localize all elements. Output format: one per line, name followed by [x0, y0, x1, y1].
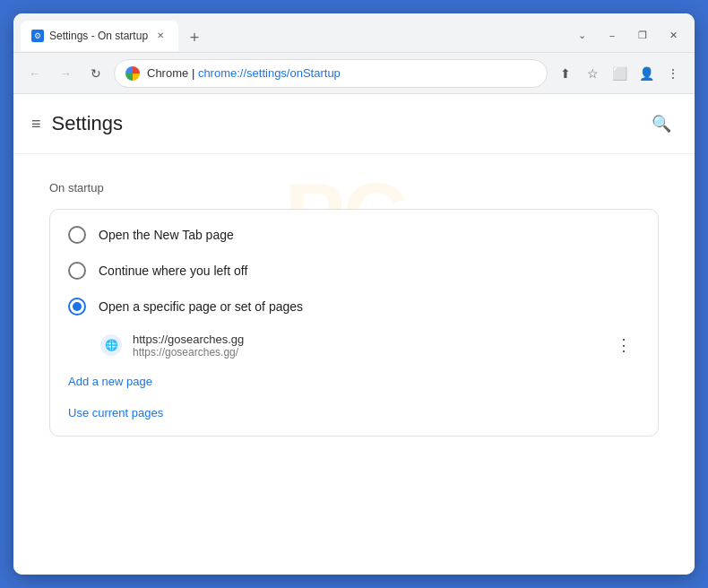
- tab-title: Settings - On startup: [49, 30, 148, 42]
- address-bar[interactable]: Chrome | chrome://settings/onStartup: [114, 59, 548, 88]
- page-globe-icon: 🌐: [100, 334, 122, 356]
- title-bar: ⚙ Settings - On startup ✕ + ⌄ − ❐ ✕: [13, 13, 695, 53]
- page-menu-button[interactable]: ⋮: [609, 332, 640, 359]
- option-specific-pages[interactable]: Open a specific page or set of pages: [50, 289, 658, 324]
- option-new-tab[interactable]: Open the New Tab page: [50, 217, 658, 253]
- page-info: https://gosearches.gg https://gosearches…: [133, 333, 598, 359]
- add-new-page-button[interactable]: Add a new page: [50, 366, 170, 397]
- settings-body: PCask.com On startup Open the New Tab pa…: [13, 154, 695, 463]
- option-new-tab-label: Open the New Tab page: [99, 228, 234, 242]
- profile-button[interactable]: 👤: [634, 61, 659, 86]
- hamburger-icon[interactable]: ≡: [31, 115, 41, 134]
- maximize-button[interactable]: ❐: [628, 23, 657, 48]
- toolbar-actions: ⬆ ☆ ⬜ 👤 ⋮: [553, 61, 686, 86]
- chevron-button[interactable]: ⌄: [567, 23, 596, 48]
- option-specific-pages-label: Open a specific page or set of pages: [99, 299, 303, 314]
- minimize-button[interactable]: −: [598, 23, 626, 48]
- settings-header: ≡ Settings 🔍: [13, 94, 695, 154]
- window-controls: ⌄ − ❐ ✕: [567, 23, 687, 48]
- menu-button[interactable]: ⋮: [661, 61, 686, 86]
- new-tab-button[interactable]: +: [182, 26, 207, 51]
- refresh-button[interactable]: ↻: [83, 61, 108, 86]
- option-continue-label: Continue where you left off: [99, 264, 247, 278]
- close-button[interactable]: ✕: [659, 23, 687, 48]
- bookmark-button[interactable]: ☆: [580, 61, 605, 86]
- radio-specific-pages[interactable]: [68, 298, 86, 316]
- radio-continue[interactable]: [68, 262, 86, 280]
- use-current-pages-button[interactable]: Use current pages: [50, 397, 181, 428]
- share-button[interactable]: ⬆: [553, 61, 578, 86]
- address-separator: |: [192, 66, 198, 80]
- radio-new-tab[interactable]: [68, 226, 86, 244]
- settings-search-icon[interactable]: 🔍: [646, 108, 677, 139]
- settings-title-area: ≡ Settings: [31, 112, 123, 135]
- address-text: Chrome | chrome://settings/onStartup: [147, 66, 341, 80]
- page-url-sub: https://gosearches.gg/: [133, 346, 598, 359]
- toolbar: ← → ↻ Chrome | chrome://settings/onStart…: [13, 53, 695, 94]
- address-path: chrome://settings/onStartup: [198, 66, 341, 80]
- forward-button[interactable]: →: [53, 61, 78, 86]
- address-brand: Chrome: [147, 66, 188, 80]
- settings-title: Settings: [52, 112, 124, 135]
- tab-favicon: ⚙: [31, 30, 44, 42]
- chrome-logo-icon: [125, 66, 140, 81]
- page-content: ≡ Settings 🔍 PCask.com On startup Open t…: [13, 94, 695, 575]
- option-continue[interactable]: Continue where you left off: [50, 253, 658, 289]
- tab-area: ⚙ Settings - On startup ✕ +: [21, 21, 560, 51]
- sidebar-button[interactable]: ⬜: [607, 61, 632, 86]
- startup-page-entry: 🌐 https://gosearches.gg https://gosearch…: [50, 324, 658, 366]
- active-tab[interactable]: ⚙ Settings - On startup ✕: [21, 21, 178, 51]
- startup-options-card: Open the New Tab page Continue where you…: [49, 209, 659, 437]
- radio-dot: [73, 302, 82, 311]
- page-url-main: https://gosearches.gg: [133, 333, 598, 346]
- on-startup-label: On startup: [49, 181, 659, 195]
- back-button[interactable]: ←: [22, 61, 47, 86]
- tab-close-button[interactable]: ✕: [153, 29, 168, 43]
- browser-window: ⚙ Settings - On startup ✕ + ⌄ − ❐ ✕ ← → …: [13, 13, 695, 575]
